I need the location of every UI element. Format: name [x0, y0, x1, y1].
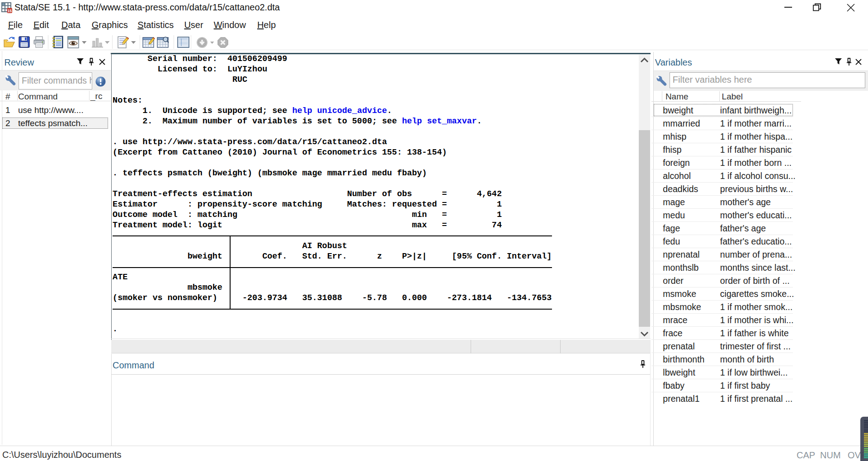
svg-text:15: 15	[7, 9, 12, 13]
